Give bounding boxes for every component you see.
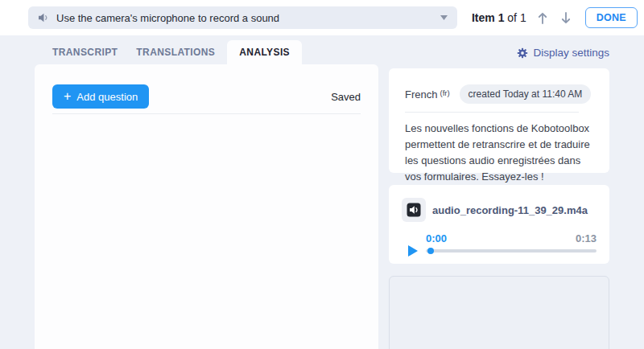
save-status: Saved (331, 91, 361, 103)
tab-bar: TRANSCRIPT TRANSLATIONS ANALYSIS (46, 40, 308, 64)
player-body: 0:00 0:13 (426, 232, 597, 257)
total-duration: 0:13 (576, 232, 597, 244)
seek-bar[interactable] (426, 249, 597, 253)
divider (405, 112, 579, 113)
translation-text: Les nouvelles fonctions de Kobotoolbox p… (405, 121, 593, 186)
gear-icon (517, 47, 528, 59)
language-name: French (405, 88, 437, 101)
item-current: Item 1 (472, 11, 504, 24)
arrow-up-icon (537, 11, 548, 25)
time-row: 0:00 0:13 (426, 232, 597, 244)
add-question-button[interactable]: + Add question (52, 84, 149, 109)
language-row: French(fr) created Today at 11:40 AM (405, 84, 593, 104)
arrow-down-icon (560, 11, 572, 25)
next-item-button[interactable] (559, 10, 573, 27)
analysis-panel-header: + Add question Saved (52, 64, 361, 114)
audio-file-row: audio_recording-11_39_29.m4a (402, 198, 597, 222)
tab-translations[interactable]: TRANSLATIONS (130, 40, 221, 64)
display-settings-label: Display settings (533, 47, 609, 59)
top-bar: Use the camera's microphone to record a … (0, 0, 644, 35)
plus-icon: + (64, 90, 71, 103)
translation-card: French(fr) created Today at 11:40 AM Les… (389, 68, 609, 173)
previous-item-button[interactable] (535, 10, 550, 27)
processing-view: TRANSCRIPT TRANSLATIONS ANALYSIS Display… (0, 35, 644, 349)
play-icon (408, 245, 418, 257)
play-button[interactable] (408, 245, 418, 257)
audio-filename: audio_recording-11_39_29.m4a (432, 204, 588, 216)
sidebar-column: French(fr) created Today at 11:40 AM Les… (389, 68, 609, 349)
speaker-icon (38, 13, 49, 23)
add-question-label: Add question (76, 91, 138, 103)
created-timestamp-badge: created Today at 11:40 AM (460, 84, 592, 104)
language-code: (fr) (440, 88, 449, 97)
selected-question-label: Use the camera's microphone to record a … (56, 12, 279, 24)
tab-analysis[interactable]: ANALYSIS (227, 40, 302, 64)
seek-handle (427, 248, 434, 254)
display-settings-button[interactable]: Display settings (517, 47, 609, 59)
submission-pagination: Item 1 of 1 DONE (472, 7, 638, 28)
language-label: French(fr) (405, 87, 450, 101)
audio-file-icon (402, 198, 426, 222)
audio-player: 0:00 0:13 (402, 232, 597, 257)
question-selector-dropdown[interactable]: Use the camera's microphone to record a … (28, 6, 457, 29)
item-total: of 1 (504, 11, 526, 24)
current-time: 0:00 (426, 232, 447, 244)
tab-transcript[interactable]: TRANSCRIPT (46, 40, 124, 64)
analysis-panel: + Add question Saved (35, 64, 378, 349)
audio-player-card: audio_recording-11_39_29.m4a 0:00 0:13 (389, 185, 609, 264)
chevron-down-icon (440, 15, 448, 20)
done-button[interactable]: DONE (585, 7, 638, 28)
submission-detail-placeholder (389, 276, 609, 349)
item-count: Item 1 of 1 (472, 11, 526, 24)
